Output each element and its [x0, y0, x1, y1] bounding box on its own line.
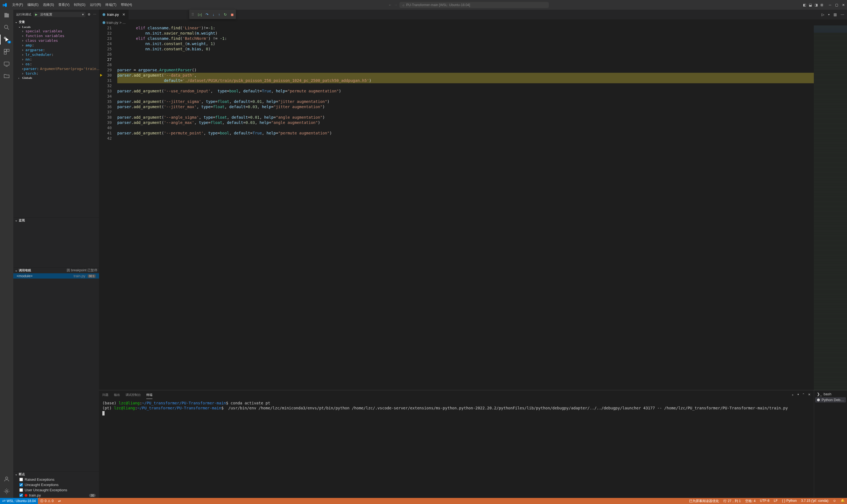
activity-explorer-icon[interactable]: [3, 12, 10, 19]
new-terminal-icon[interactable]: ＋: [791, 393, 794, 397]
variable-row[interactable]: ›parser:ArgumentParser(prog='train.…: [13, 66, 99, 71]
command-center[interactable]: ⌕ PU-Transformer-main [WSL: Ubuntu-18.04…: [399, 2, 549, 8]
layout-panel-icon[interactable]: ⬓: [809, 3, 812, 7]
status-remote[interactable]: ⮂ WSL: Ubuntu-18.04: [0, 498, 38, 504]
activity-search-icon[interactable]: [3, 24, 10, 31]
layout-sidebar-right-icon[interactable]: ◨: [815, 3, 818, 7]
panel-tab-problems[interactable]: 问题: [102, 391, 108, 399]
section-breakpoints[interactable]: ⌄ 断点: [13, 472, 99, 477]
variable-row[interactable]: ›lr_scheduler:: [13, 52, 99, 57]
bp-checkbox[interactable]: [19, 478, 23, 481]
status-spaces[interactable]: 空格: 4: [743, 499, 758, 503]
layout-customize-icon[interactable]: ⊞: [821, 3, 823, 7]
menu-go[interactable]: 转到(G): [72, 2, 87, 7]
status-encoding[interactable]: UTF-8: [758, 499, 772, 503]
bp-checkbox[interactable]: [19, 493, 23, 497]
section-variables[interactable]: ⌄ 变量: [13, 19, 99, 24]
status-problems[interactable]: ⓧ0 ⚠0: [38, 498, 56, 504]
panel-tab-output[interactable]: 输出: [114, 391, 120, 399]
var-special[interactable]: ›special variables: [13, 29, 99, 34]
scope-locals[interactable]: ⌄ Locals: [13, 24, 99, 29]
run-icon[interactable]: ▷: [822, 13, 824, 17]
panel-tab-terminal[interactable]: 终端: [146, 391, 152, 399]
menu-run[interactable]: 运行(R): [88, 2, 104, 7]
breadcrumb[interactable]: ⬢ train.py > ...: [99, 19, 847, 25]
variable-row[interactable]: ›argparse:: [13, 48, 99, 52]
bp-raised-exceptions[interactable]: Raised Exceptions: [13, 477, 99, 482]
python-file-icon: ⬢: [102, 13, 105, 17]
bp-user-uncaught-exceptions[interactable]: User Uncaught Exceptions: [13, 487, 99, 493]
debug-step-into-icon[interactable]: ↓: [213, 13, 214, 17]
activity-extensions-icon[interactable]: [3, 49, 10, 55]
menu-view[interactable]: 查看(V): [56, 2, 72, 7]
section-watch[interactable]: ⌄ 监视: [13, 218, 99, 223]
variable-row[interactable]: ›amp:: [13, 43, 99, 48]
code-editor[interactable]: 2122232425262728293031323334353637383940…: [99, 25, 847, 390]
status-port[interactable]: ⇌: [56, 498, 63, 504]
more-icon[interactable]: ⋯: [93, 13, 96, 16]
bp-file[interactable]: train.py30: [13, 493, 99, 498]
close-panel-icon[interactable]: ✕: [808, 393, 810, 397]
bell-icon: 🔔: [841, 499, 845, 503]
editor-tab[interactable]: ⬢ train.py ✕: [99, 10, 129, 19]
menu-terminal[interactable]: 终端(T): [103, 2, 119, 7]
chevron-down-icon[interactable]: ▾: [797, 393, 799, 397]
status-screen-reader[interactable]: 已为屏幕阅读器优化: [687, 499, 721, 503]
more-icon[interactable]: ⋯: [841, 13, 844, 17]
terminal[interactable]: (base) lzc@liang:~/PU_transformer/PU-Tra…: [99, 399, 814, 498]
close-icon[interactable]: ✕: [122, 13, 125, 17]
layout-sidebar-left-icon[interactable]: ◧: [803, 3, 806, 7]
debug-step-out-icon[interactable]: ↑: [218, 13, 220, 17]
maximize-panel-icon[interactable]: ⌃: [802, 393, 805, 397]
status-interpreter[interactable]: 3.7.15 ('pt': conda): [799, 499, 831, 503]
bp-checkbox[interactable]: [19, 483, 23, 487]
debug-stop-icon[interactable]: ◼: [231, 13, 234, 17]
split-editor-icon[interactable]: ▥: [833, 13, 837, 17]
activity-settings-icon[interactable]: [3, 488, 10, 494]
scope-globals[interactable]: › Globals: [13, 76, 99, 80]
feedback-icon: ☺: [833, 499, 836, 503]
status-eol[interactable]: LF: [772, 499, 780, 503]
bp-uncaught-exceptions[interactable]: Uncaught Exceptions: [13, 482, 99, 487]
window-close-icon[interactable]: ✕: [842, 3, 845, 7]
debug-config-selector[interactable]: ▶ 没有配置 ▾: [34, 12, 86, 17]
debug-step-over-icon[interactable]: ↷: [205, 13, 209, 17]
debug-restart-icon[interactable]: ↻: [224, 13, 227, 17]
menu-file[interactable]: 文件(F): [10, 2, 25, 7]
variable-row[interactable]: ›torch:: [13, 71, 99, 76]
grip-icon[interactable]: ⠿: [192, 13, 194, 17]
terminal-session-python-debug[interactable]: ⬢Python Deb…: [815, 397, 846, 402]
variable-row[interactable]: ›os:: [13, 62, 99, 66]
debug-toolbar[interactable]: ⠿ ▷| ↷ ↓ ↑ ↻ ◼: [189, 10, 236, 19]
activity-folder-icon[interactable]: [3, 73, 10, 79]
terminal-session-bash[interactable]: ❯_bash: [815, 392, 846, 397]
debug-continue-icon[interactable]: ▷|: [198, 13, 202, 17]
panel-tab-debug-console[interactable]: 调试控制台: [126, 391, 141, 399]
gear-icon[interactable]: ⚙: [88, 13, 90, 16]
var-class[interactable]: ›class variables: [13, 38, 99, 43]
status-feedback[interactable]: ☺: [831, 499, 839, 503]
section-variables-label: 变量: [19, 20, 25, 24]
start-debug-icon[interactable]: ▶: [35, 13, 37, 16]
status-ln-col[interactable]: 行 27，列 1: [721, 499, 743, 503]
terminal-icon: ❯_: [817, 392, 822, 396]
chevron-down-icon[interactable]: ▾: [828, 13, 830, 16]
variable-row[interactable]: ›nn:: [13, 57, 99, 62]
status-language[interactable]: { }Python: [780, 499, 799, 503]
menu-help[interactable]: 帮助(H): [119, 2, 134, 7]
window-maximize-icon[interactable]: ▢: [835, 3, 838, 7]
minimap[interactable]: [814, 25, 847, 390]
callstack-frame[interactable]: <module> train.py 30:1: [13, 273, 99, 278]
activity-accounts-icon[interactable]: [3, 476, 10, 482]
nav-forward-icon[interactable]: →: [394, 3, 397, 7]
activity-debug-icon[interactable]: 1: [3, 36, 10, 43]
bp-checkbox[interactable]: [19, 488, 23, 492]
menu-edit[interactable]: 编辑(E): [25, 2, 41, 7]
section-callstack[interactable]: ⌄ 调用堆栈 因 breakpoint 已暂停: [13, 268, 99, 273]
var-function[interactable]: ›function variables: [13, 34, 99, 38]
menu-selection[interactable]: 选择(S): [41, 2, 56, 7]
activity-remote-icon[interactable]: [3, 60, 10, 67]
window-minimize-icon[interactable]: ─: [829, 3, 831, 7]
status-notifications[interactable]: 🔔: [839, 499, 847, 503]
nav-back-icon[interactable]: ←: [389, 3, 392, 7]
